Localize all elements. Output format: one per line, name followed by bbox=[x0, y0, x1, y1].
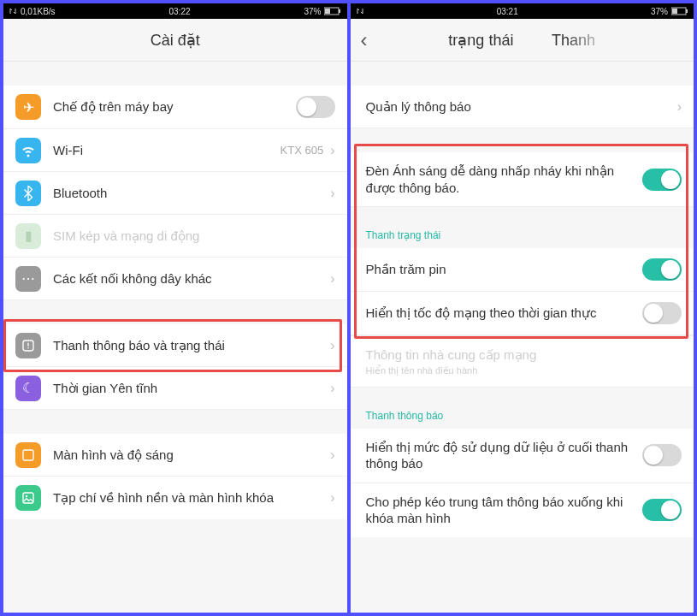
row-label: Hiển thị tốc độ mạng theo thời gian thực bbox=[366, 305, 643, 322]
chevron-right-icon: › bbox=[330, 381, 334, 396]
row-wifi[interactable]: Wi-Fi KTX 605 › bbox=[3, 129, 347, 172]
page-title: trạng thái Thanh bbox=[448, 31, 595, 50]
row-label: Thời gian Yên tĩnh bbox=[53, 380, 327, 397]
display-icon bbox=[15, 442, 41, 468]
row-other-wireless[interactable]: ⋯ Các kết nối không dây khác › bbox=[3, 258, 347, 300]
arrows-icon bbox=[9, 7, 17, 15]
chevron-right-icon: › bbox=[330, 271, 334, 287]
moon-icon: ☾ bbox=[15, 376, 41, 401]
row-realtime-netspeed[interactable]: Hiển thị tốc độ mạng theo thời gian thực bbox=[351, 292, 694, 335]
page-header: ‹ trạng thái Thanh bbox=[351, 19, 694, 62]
pulldown-toggle[interactable] bbox=[642, 499, 682, 521]
chevron-right-icon: › bbox=[330, 490, 334, 506]
title-part2: Thanh bbox=[552, 32, 595, 49]
row-bluetooth[interactable]: Bluetooth › bbox=[3, 172, 347, 215]
row-battery-percentage[interactable]: Phần trăm pin bbox=[351, 248, 694, 292]
title-part1: trạng thái bbox=[448, 32, 513, 49]
svg-rect-1 bbox=[339, 9, 340, 13]
settings-list: ✈ Chế độ trên máy bay Wi-Fi KTX 605 › Bl… bbox=[3, 62, 347, 613]
datausage-toggle[interactable] bbox=[642, 444, 682, 466]
status-time: 03:21 bbox=[497, 7, 518, 16]
row-manage-notifications[interactable]: Quản lý thông báo › bbox=[351, 86, 694, 128]
battery-icon bbox=[671, 7, 688, 15]
row-blink-on-notification[interactable]: Đèn Ánh sáng dễ dàng nhấp nháy khi nhận … bbox=[351, 152, 694, 207]
wallpaper-icon bbox=[15, 485, 41, 511]
chevron-right-icon: › bbox=[330, 338, 334, 353]
blink-toggle[interactable] bbox=[642, 169, 682, 191]
svg-rect-5 bbox=[27, 347, 28, 348]
row-label: Cho phép kéo trung tâm thông báo xuống k… bbox=[366, 494, 643, 527]
svg-rect-4 bbox=[27, 342, 28, 346]
svg-point-8 bbox=[26, 495, 28, 498]
row-label: Thông tin nhà cung cấp mạng bbox=[366, 347, 537, 362]
alert-icon bbox=[15, 333, 41, 358]
group-header-statusbar: Thanh trạng thái bbox=[351, 207, 694, 248]
airplane-icon: ✈ bbox=[15, 94, 41, 120]
screen-status-bar-settings: 03:21 37% ‹ trạng thái Thanh Quản lý th bbox=[351, 3, 694, 613]
back-button[interactable]: ‹ bbox=[361, 28, 368, 52]
row-airplane-mode[interactable]: ✈ Chế độ trên máy bay bbox=[3, 86, 347, 129]
chevron-right-icon: › bbox=[677, 99, 682, 115]
row-label: Quản lý thông báo bbox=[366, 98, 674, 116]
more-icon: ⋯ bbox=[15, 266, 41, 292]
row-wallpaper[interactable]: Tạp chí về hình nền và màn hình khóa › bbox=[3, 477, 347, 519]
battery-icon bbox=[324, 7, 341, 15]
status-bar: 03:21 37% bbox=[351, 3, 694, 19]
chevron-right-icon: › bbox=[330, 447, 334, 463]
row-pulldown-locked[interactable]: Cho phép kéo trung tâm thông báo xuống k… bbox=[351, 483, 694, 537]
wifi-icon bbox=[15, 138, 41, 163]
row-sim-network: ▮ SIM kép và mạng di động bbox=[3, 215, 347, 258]
row-label: Chế độ trên máy bay bbox=[53, 98, 296, 116]
svg-rect-10 bbox=[686, 9, 688, 13]
bluetooth-icon bbox=[15, 181, 41, 206]
svg-rect-6 bbox=[23, 450, 33, 460]
battery-percent: 37% bbox=[651, 7, 668, 16]
status-bar: 0,01KB/s 03:22 37% bbox=[3, 3, 347, 19]
sim-icon: ▮ bbox=[15, 223, 41, 249]
battery-percent-toggle[interactable] bbox=[642, 258, 682, 281]
row-label: Các kết nối không dây khác bbox=[53, 270, 327, 287]
status-time: 03:22 bbox=[169, 7, 191, 16]
netspeed-text: 0,01KB/s bbox=[21, 7, 56, 16]
row-do-not-disturb[interactable]: ☾ Thời gian Yên tĩnh › bbox=[3, 367, 347, 410]
airplane-toggle[interactable] bbox=[296, 96, 335, 118]
chevron-right-icon: › bbox=[330, 143, 334, 158]
row-label: Phần trăm pin bbox=[366, 261, 643, 278]
row-label: Thanh thông báo và trạng thái bbox=[53, 337, 327, 354]
row-label: Đèn Ánh sáng dễ dàng nhấp nháy khi nhận … bbox=[366, 163, 643, 196]
wifi-value: KTX 605 bbox=[281, 144, 324, 157]
netspeed-toggle[interactable] bbox=[642, 302, 682, 324]
row-label: SIM kép và mạng di động bbox=[53, 228, 335, 245]
row-label: Wi-Fi bbox=[53, 142, 281, 159]
arrows-icon bbox=[356, 7, 364, 15]
row-data-usage-bottom[interactable]: Hiển thị mức độ sử dụng dữ liệu ở cuối t… bbox=[351, 429, 694, 483]
row-label: Bluetooth bbox=[53, 185, 327, 202]
statusbar-settings-list: Quản lý thông báo › Đèn Ánh sáng dễ dàng… bbox=[351, 62, 694, 613]
row-display[interactable]: Màn hình và độ sáng › bbox=[3, 434, 347, 477]
page-header: Cài đặt bbox=[3, 19, 347, 62]
row-notification-status-bar[interactable]: Thanh thông báo và trạng thái › bbox=[3, 324, 347, 367]
row-label: Tạp chí về hình nền và màn hình khóa bbox=[53, 489, 327, 506]
row-sublabel: Hiển thị tên nhà điều hành bbox=[366, 365, 682, 376]
svg-rect-2 bbox=[325, 9, 330, 14]
row-label: Màn hình và độ sáng bbox=[53, 447, 327, 464]
screen-settings: 0,01KB/s 03:22 37% Cài đặt ✈ Chế độ trên… bbox=[3, 3, 347, 613]
battery-percent: 37% bbox=[304, 7, 321, 16]
group-header-notificationbar: Thanh thông báo bbox=[351, 388, 694, 429]
chevron-right-icon: › bbox=[330, 186, 334, 201]
row-label: Hiển thị mức độ sử dụng dữ liệu ở cuối t… bbox=[366, 439, 643, 472]
row-carrier-info: Thông tin nhà cung cấp mạng Hiển thị tên… bbox=[351, 335, 694, 388]
page-title: Cài đặt bbox=[151, 31, 200, 50]
svg-rect-11 bbox=[672, 9, 677, 14]
svg-rect-7 bbox=[23, 493, 33, 503]
